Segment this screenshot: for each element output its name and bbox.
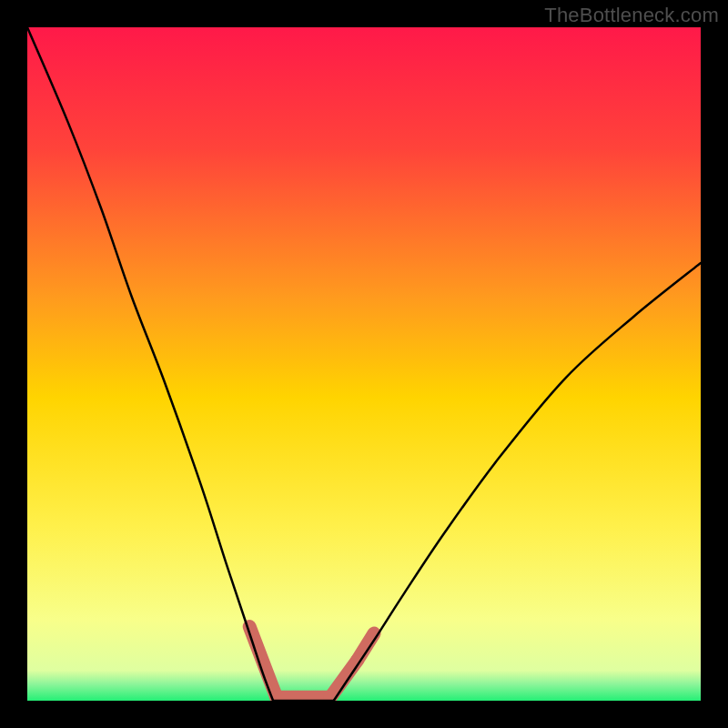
watermark-text: TheBottleneck.com (544, 4, 719, 27)
chart-svg (27, 27, 701, 701)
gradient-background (27, 27, 701, 701)
figure-frame: TheBottleneck.com (0, 0, 728, 728)
plot-area (27, 27, 701, 701)
